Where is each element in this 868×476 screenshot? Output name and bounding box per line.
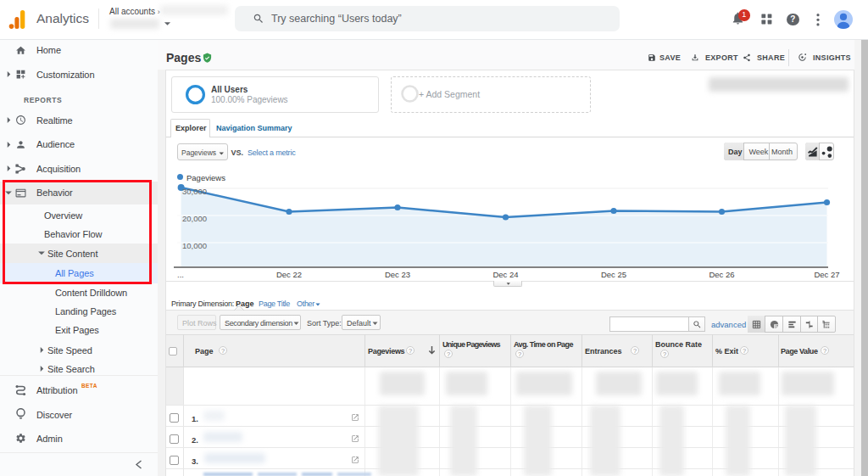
- svg-text:Dec 23: Dec 23: [385, 270, 410, 279]
- svg-text:Dec 24: Dec 24: [492, 270, 518, 279]
- svg-text:Dec 25: Dec 25: [601, 270, 626, 279]
- svg-text:Dec 26: Dec 26: [709, 270, 734, 279]
- svg-text:Dec 27: Dec 27: [814, 270, 839, 279]
- svg-text:20,000: 20,000: [182, 214, 207, 223]
- svg-text:30,000: 30,000: [182, 187, 207, 196]
- svg-text:Dec 22: Dec 22: [276, 270, 302, 279]
- svg-text:...: ...: [177, 270, 184, 279]
- svg-text:10,000: 10,000: [182, 241, 207, 250]
